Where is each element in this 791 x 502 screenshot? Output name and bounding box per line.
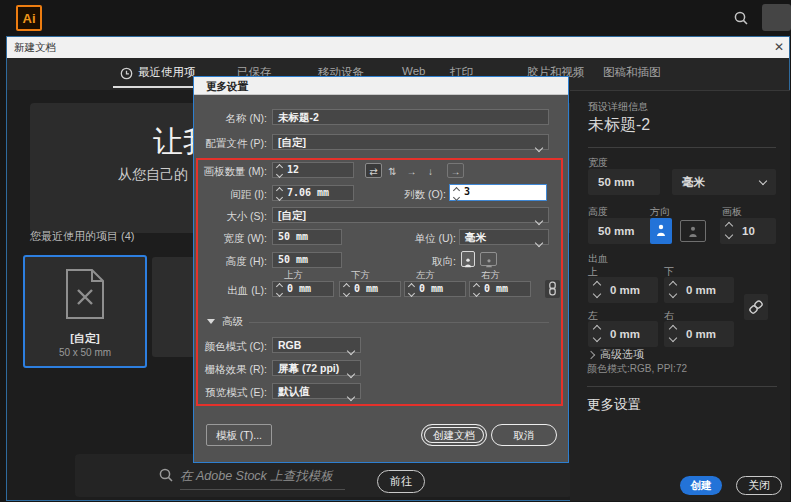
more-settings-link[interactable]: 更多设置 bbox=[587, 396, 641, 414]
window-title-bar bbox=[7, 37, 789, 58]
artboard-count-spinner[interactable]: 12 bbox=[272, 162, 354, 178]
bleed-left-spinner[interactable]: 0 mm bbox=[404, 281, 466, 297]
spinner-chevrons-icon[interactable] bbox=[453, 187, 461, 200]
columns-spinner-focused[interactable]: 3 bbox=[449, 184, 547, 201]
bleed-bottom-spinner[interactable]: 0 mm bbox=[339, 281, 401, 297]
spinner-chevrons-icon[interactable] bbox=[343, 283, 351, 296]
profile-dropdown[interactable]: [自定] bbox=[272, 134, 549, 150]
disclosure-triangle-icon[interactable] bbox=[207, 319, 215, 324]
spinner-chevrons-icon[interactable] bbox=[276, 164, 284, 177]
spinner-chevrons-icon[interactable] bbox=[276, 283, 284, 296]
divider bbox=[588, 147, 776, 148]
stepper-chevrons-icon[interactable] bbox=[726, 223, 732, 238]
chevron-down-icon bbox=[348, 343, 354, 357]
artboard-count-label: 画板数量 (M): bbox=[194, 163, 267, 179]
size-label: 大小 (S): bbox=[194, 208, 267, 224]
bleed-right-field[interactable]: 0 mm bbox=[664, 321, 734, 347]
preview-mode-dropdown[interactable]: 默认值 bbox=[272, 383, 361, 399]
bleed-bottom-field[interactable]: 0 mm bbox=[664, 277, 734, 303]
chevron-down-icon bbox=[348, 366, 354, 380]
advanced-options-toggle[interactable]: 高级选项 bbox=[588, 344, 644, 362]
preview-mode-label: 预览模式 (E): bbox=[194, 384, 267, 400]
arrange-grid-by-column-icon[interactable]: ⇅ bbox=[384, 163, 401, 178]
spinner-chevrons-icon[interactable] bbox=[408, 283, 416, 296]
stepper-chevrons-icon[interactable] bbox=[594, 282, 600, 297]
raster-effects-dropdown[interactable]: 屏幕 (72 ppi) bbox=[272, 360, 361, 376]
stepper-chevrons-icon[interactable] bbox=[670, 282, 676, 297]
color-mode-dropdown[interactable]: RGB bbox=[272, 337, 361, 353]
cancel-button[interactable]: 取消 bbox=[491, 424, 557, 446]
hero-subtitle: 从您自己的 bbox=[118, 166, 188, 184]
chevron-down-icon bbox=[536, 235, 542, 249]
bleed-label: 出血 bbox=[588, 252, 608, 266]
tab-art-illustration[interactable]: 图稿和插图 bbox=[603, 65, 661, 80]
bleed-right-spinner[interactable]: 0 mm bbox=[469, 281, 531, 297]
chevron-down-icon bbox=[536, 213, 542, 227]
bleed-link-button-dialog[interactable] bbox=[545, 280, 560, 298]
raster-effects-label: 栅格效果 (R): bbox=[194, 361, 267, 377]
artboards-stepper[interactable]: 10 bbox=[720, 218, 776, 244]
orientation-landscape-button-dialog[interactable] bbox=[480, 252, 497, 266]
size-dropdown[interactable]: [自定] bbox=[272, 207, 549, 223]
close-icon[interactable]: ✕ bbox=[774, 40, 784, 54]
arrange-grid-by-row-icon[interactable]: ⇄ bbox=[365, 163, 382, 178]
doc-width-input[interactable]: 50 mm bbox=[272, 229, 342, 245]
bleed-link-button[interactable] bbox=[744, 294, 768, 320]
orientation-portrait-button-dialog[interactable] bbox=[461, 251, 475, 267]
create-document-button[interactable]: 创建文档 bbox=[421, 424, 487, 446]
bleed-top-field[interactable]: 0 mm bbox=[588, 277, 658, 303]
profile-label: 配置文件 (P): bbox=[194, 135, 267, 151]
spacing-spinner[interactable]: 7.06 mm bbox=[272, 185, 354, 201]
search-icon[interactable] bbox=[733, 10, 749, 26]
name-input[interactable]: 未标题-2 bbox=[272, 109, 549, 125]
unit-dropdown[interactable]: 毫米 bbox=[672, 169, 776, 195]
stepper-chevrons-icon[interactable] bbox=[594, 326, 600, 341]
spinner-chevrons-icon[interactable] bbox=[473, 283, 481, 296]
recent-card-name: [自定] bbox=[23, 331, 147, 346]
unit-label: 单位 (U): bbox=[384, 230, 456, 246]
doc-height-input[interactable]: 50 mm bbox=[272, 252, 342, 268]
orientation-landscape-button[interactable] bbox=[680, 220, 706, 242]
bleed-top-spinner[interactable]: 0 mm bbox=[272, 281, 334, 297]
more-settings-dialog: 更多设置 名称 (N): 未标题-2 配置文件 (P): [自定] 画板数量 (… bbox=[193, 76, 569, 463]
height-label: 高度 bbox=[588, 205, 608, 219]
chevron-down-icon bbox=[759, 177, 767, 185]
portrait-icon bbox=[464, 257, 472, 268]
orientation-label-dialog: 取向: bbox=[384, 253, 456, 269]
orientation-portrait-button[interactable] bbox=[650, 218, 672, 244]
divider bbox=[587, 386, 777, 387]
template-search-input[interactable]: 在 Adobe Stock 上查找模板 bbox=[180, 468, 333, 485]
app-screen: Ai 新建文档 ✕ 最近使用项 已保存 移动设备 Web 打印 胶片和视频 图稿… bbox=[0, 0, 791, 502]
recent-items-heading: 您最近使用的项目 (4) bbox=[30, 229, 135, 244]
width-field[interactable]: 50 mm bbox=[588, 169, 660, 195]
stepper-chevrons-icon[interactable] bbox=[670, 326, 676, 341]
preset-panel-heading: 预设详细信息 bbox=[588, 100, 648, 114]
landscape-icon bbox=[688, 225, 698, 238]
advanced-section-label[interactable]: 高级 bbox=[222, 315, 243, 329]
search-icon bbox=[158, 467, 174, 483]
spinner-chevrons-icon[interactable] bbox=[276, 187, 284, 200]
chevron-down-icon bbox=[536, 140, 542, 154]
orientation-label: 方向 bbox=[650, 205, 670, 219]
recent-card-size: 50 x 50 mm bbox=[23, 347, 147, 358]
arrange-by-row-icon[interactable]: → bbox=[403, 163, 420, 178]
arrange-by-column-icon[interactable]: ↓ bbox=[422, 163, 439, 178]
go-button[interactable]: 前往 bbox=[377, 470, 425, 493]
rtl-layout-icon[interactable]: → bbox=[447, 163, 464, 178]
bleed-label-dialog: 出血 (L): bbox=[194, 282, 267, 298]
advanced-summary: 颜色模式:RGB, PPI:72 bbox=[587, 362, 687, 376]
tab-recent[interactable]: 最近使用项 bbox=[138, 65, 196, 80]
create-button[interactable]: 创建 bbox=[680, 476, 722, 495]
columns-label: 列数 (O): bbox=[374, 186, 446, 202]
close-button[interactable]: 关闭 bbox=[736, 476, 782, 495]
document-title[interactable]: 未标题-2 bbox=[588, 115, 650, 136]
custom-document-icon bbox=[65, 268, 105, 320]
app-bar: Ai bbox=[0, 0, 791, 36]
dialog-title: 更多设置 bbox=[206, 80, 248, 94]
templates-button[interactable]: 模板 (T)... bbox=[206, 424, 272, 446]
search-underline bbox=[180, 489, 345, 490]
account-button[interactable] bbox=[762, 4, 791, 31]
doc-height-label: 高度 (H): bbox=[194, 253, 267, 269]
unit-dropdown-dialog[interactable]: 毫米 bbox=[459, 229, 549, 245]
clock-icon bbox=[120, 67, 133, 80]
